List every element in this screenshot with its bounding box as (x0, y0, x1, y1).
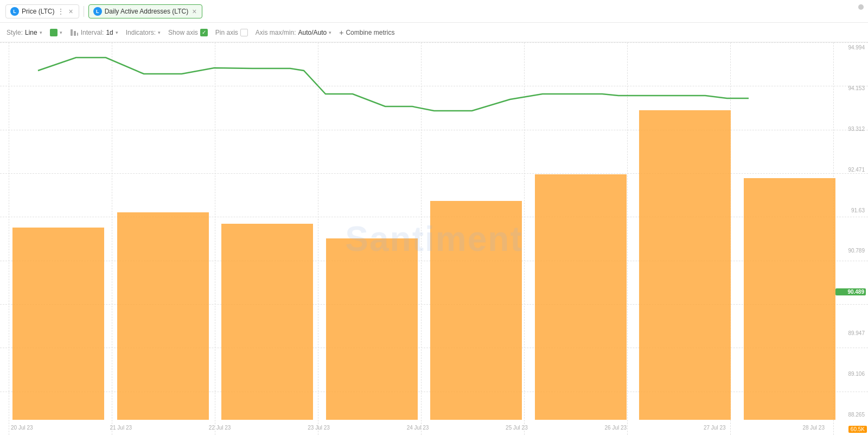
tab-price-label: Price (LTC) (22, 8, 54, 15)
color-chevron: ▾ (60, 30, 62, 35)
bottom-label-3: 23 Jul 23 (308, 425, 330, 431)
right-axis-label-1: 94.153 (835, 85, 866, 91)
right-axis-label-0: 94.994 (835, 45, 866, 51)
indicators-chevron: ▾ (158, 30, 161, 35)
chart-area: Santiment 94.99494.15393.31292.47191.639… (0, 42, 868, 435)
svg-rect-2 (77, 33, 78, 36)
top-right-dot (858, 4, 864, 10)
interval-icon (70, 29, 79, 36)
bottom-label-2: 22 Jul 23 (209, 425, 231, 431)
show-axis-toggle[interactable]: Show axis ✓ (168, 29, 208, 36)
style-value: Line (25, 29, 37, 36)
pin-axis-checkbox[interactable] (240, 29, 248, 36)
pin-axis-label: Pin axis (215, 29, 238, 36)
toolbar: Style: Line ▾ ▾ Interval: 1d ▾ Indicator… (0, 23, 868, 42)
interval-value: 1d (106, 29, 113, 36)
interval-label: Interval: (81, 29, 104, 36)
right-axis-label-3: 92.471 (835, 167, 866, 173)
indicators-selector[interactable]: Indicators: ▾ (126, 29, 161, 36)
style-selector[interactable]: Style: Line ▾ (7, 29, 42, 36)
color-selector[interactable]: ▾ (50, 29, 62, 36)
bottom-label-6: 26 Jul 23 (605, 425, 627, 431)
bottom-right-badge: 60.5K (848, 426, 867, 433)
bottom-axis: 20 Jul 2321 Jul 2322 Jul 2323 Jul 2324 J… (0, 420, 835, 435)
color-square (50, 29, 58, 36)
tab-price-ltc[interactable]: L Price (LTC) ⋮ × (5, 4, 79, 18)
axis-maxmin-value: Auto/Auto (298, 29, 327, 36)
price-line (38, 58, 749, 111)
tab-daily-label: Daily Active Addresses (LTC) (105, 8, 189, 15)
interval-chevron: ▾ (116, 30, 118, 35)
ltc-badge-price: L (10, 7, 19, 16)
indicators-label: Indicators: (126, 29, 156, 36)
right-axis-label-5: 90.789 (835, 248, 866, 254)
axis-maxmin-selector[interactable]: Axis max/min: Auto/Auto ▾ (256, 29, 331, 36)
bottom-label-5: 25 Jul 23 (506, 425, 528, 431)
right-axis-label-4: 91.63 (835, 207, 866, 213)
tab-close-price[interactable]: × (67, 8, 74, 15)
combine-metrics-button[interactable]: + Combine metrics (339, 28, 394, 37)
show-axis-label: Show axis (168, 29, 198, 36)
style-chevron: ▾ (40, 30, 42, 35)
show-axis-checkbox[interactable]: ✓ (200, 29, 208, 36)
pin-axis-toggle[interactable]: Pin axis (215, 29, 248, 36)
bottom-label-4: 24 Jul 23 (407, 425, 429, 431)
bottom-label-7: 27 Jul 23 (704, 425, 726, 431)
right-axis-label-6: 90.489 (835, 288, 866, 295)
combine-label: Combine metrics (346, 29, 394, 36)
line-chart-svg (0, 42, 835, 420)
right-axis-label-2: 93.312 (835, 126, 866, 132)
right-axis-label-8: 89.106 (835, 371, 866, 377)
top-bar: L Price (LTC) ⋮ × L Daily Active Address… (0, 0, 868, 23)
right-axis: 94.99494.15393.31292.47191.6390.78990.48… (835, 42, 868, 420)
tab-menu-price[interactable]: ⋮ (57, 7, 65, 16)
bottom-label-1: 21 Jul 23 (110, 425, 132, 431)
axis-maxmin-label: Axis max/min: (256, 29, 296, 36)
axis-maxmin-chevron: ▾ (329, 30, 331, 35)
style-label: Style: (7, 29, 23, 36)
bottom-label-0: 20 Jul 23 (11, 425, 33, 431)
bottom-label-8: 28 Jul 23 (802, 425, 825, 431)
svg-rect-0 (71, 29, 73, 36)
tab-divider (84, 6, 84, 17)
plus-icon: + (339, 28, 343, 37)
interval-selector[interactable]: Interval: 1d ▾ (70, 29, 118, 36)
right-axis-label-9: 88.265 (835, 412, 866, 418)
tab-close-daily[interactable]: × (191, 8, 197, 15)
tab-daily-active[interactable]: L Daily Active Addresses (LTC) × (88, 4, 203, 18)
svg-rect-1 (74, 31, 76, 36)
right-axis-label-7: 89.947 (835, 330, 866, 336)
ltc-badge-daily: L (93, 7, 102, 16)
